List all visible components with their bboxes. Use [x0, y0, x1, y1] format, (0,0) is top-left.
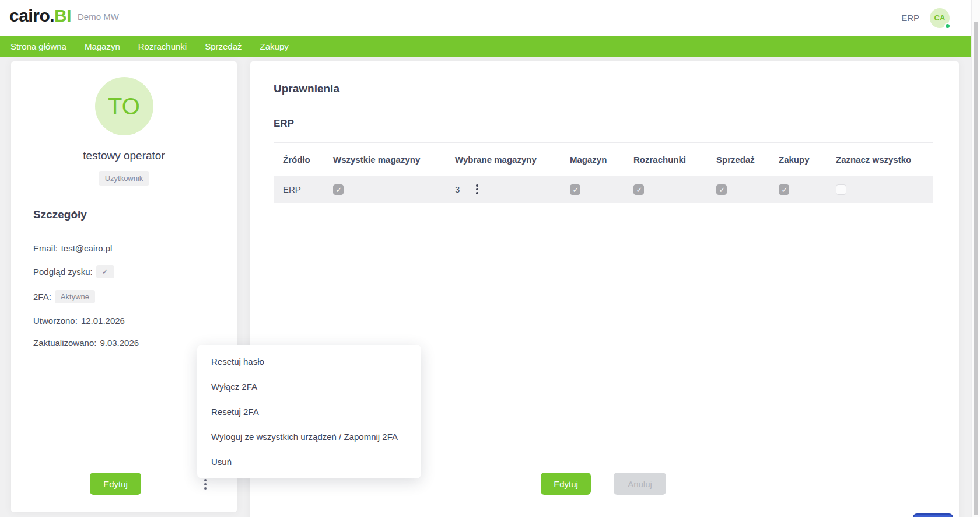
logo-primary: cairo.: [9, 6, 54, 25]
created-label: Utworzono:: [33, 316, 78, 326]
checkbox-magazyn[interactable]: [570, 184, 580, 195]
col-zrodlo: Źródło: [274, 155, 333, 165]
col-magazyn: Magazyn: [570, 155, 634, 165]
profile-name: testowy operator: [11, 149, 237, 162]
permissions-divider: [274, 107, 933, 107]
detail-email: Email: test@cairo.pl: [33, 243, 215, 253]
menu-item-resetuj-2fa[interactable]: Resetuj 2FA: [197, 399, 421, 424]
permissions-table-row-erp: ERP 3: [274, 176, 933, 203]
col-rozrachunki: Rozrachunki: [634, 155, 716, 165]
role-badge: Użytkownik: [99, 171, 150, 186]
top-header: cairo.BI Demo MW ERP CA: [0, 0, 980, 36]
email-label: Email:: [33, 243, 58, 253]
permissions-edit-button[interactable]: Edytuj: [541, 473, 591, 495]
user-avatar-initials: CA: [935, 13, 946, 22]
menu-item-wylacz-2fa[interactable]: Wyłącz 2FA: [197, 374, 421, 399]
profit-view-label: Podgląd zysku:: [33, 267, 93, 277]
row-source: ERP: [274, 184, 333, 194]
menu-item-resetuj-haslo[interactable]: Resetuj hasło: [197, 349, 421, 374]
permissions-title: Uprawnienia: [274, 61, 933, 95]
nav-item-strona-glowna[interactable]: Strona główna: [10, 41, 66, 51]
updated-label: Zaktualizowano:: [33, 338, 96, 348]
main-nav: Strona główna Magazyn Rozrachunki Sprzed…: [0, 36, 980, 57]
checkbox-sprzedaz[interactable]: [716, 184, 727, 195]
profile-context-menu: Resetuj hasło Wyłącz 2FA Resetuj 2FA Wyl…: [197, 345, 421, 478]
user-avatar[interactable]: CA: [930, 8, 950, 28]
2fa-status-badge: Aktywne: [55, 290, 95, 303]
detail-2fa: 2FA: Aktywne: [33, 290, 215, 303]
col-zaznacz-wszystko: Zaznacz wszystko: [836, 155, 933, 165]
detail-created: Utworzono: 12.01.2026: [33, 315, 215, 326]
updated-value: 9.03.2026: [100, 338, 139, 348]
erp-section-title: ERP: [274, 118, 933, 130]
menu-item-usun[interactable]: Usuń: [197, 449, 421, 474]
permissions-table-header: Źródło Wszystkie magazyny Wybrane magazy…: [274, 143, 933, 176]
profile-avatar-initials: TO: [108, 93, 140, 120]
checkbox-zaznacz-wszystko[interactable]: [836, 184, 846, 195]
col-wybrane-magazyny: Wybrane magazyny: [455, 155, 570, 165]
nav-item-sprzedaz[interactable]: Sprzedaż: [205, 41, 242, 51]
email-value: test@cairo.pl: [61, 243, 113, 253]
logo-accent: BI: [54, 6, 71, 25]
col-zakupy: Zakupy: [779, 155, 836, 165]
nav-item-rozrachunki[interactable]: Rozrachunki: [138, 41, 187, 51]
details-divider: [33, 230, 215, 230]
selected-warehouses-count: 3: [455, 184, 460, 194]
2fa-label: 2FA:: [33, 292, 51, 302]
floating-action-button-partial[interactable]: [913, 513, 953, 517]
selected-warehouses-kebab-icon[interactable]: [474, 182, 481, 197]
online-status-dot: [944, 23, 951, 29]
checkbox-rozrachunki[interactable]: [634, 184, 644, 195]
checkbox-zakupy[interactable]: [779, 184, 789, 195]
workspace-name: Demo MW: [78, 12, 119, 22]
col-sprzedaz: Sprzedaż: [716, 155, 779, 165]
profile-avatar: TO: [95, 77, 153, 135]
scrollbar-thumb[interactable]: [974, 22, 978, 515]
col-wszystkie-magazyny: Wszystkie magazyny: [333, 155, 455, 165]
created-value: 12.01.2026: [81, 316, 125, 326]
nav-item-zakupy[interactable]: Zakupy: [260, 41, 289, 51]
profile-edit-button[interactable]: Edytuj: [90, 473, 141, 495]
checkbox-all-warehouses[interactable]: [333, 184, 344, 195]
detail-profit-view: Podgląd zysku: ✓: [33, 265, 215, 278]
details-title: Szczegóły: [33, 208, 215, 221]
nav-item-magazyn[interactable]: Magazyn: [85, 41, 120, 51]
menu-item-wyloguj-zapomnij-2fa[interactable]: Wyloguj ze wszystkich urządzeń / Zapomni…: [197, 424, 421, 449]
permissions-cancel-button[interactable]: Anuluj: [614, 473, 666, 495]
profit-view-check-badge: ✓: [96, 265, 114, 278]
context-label: ERP: [901, 13, 919, 23]
app-logo[interactable]: cairo.BI: [9, 6, 71, 26]
detail-updated: Zaktualizowano: 9.03.2026: [33, 337, 215, 348]
vertical-scrollbar: [971, 0, 980, 517]
topbar-right: ERP CA: [901, 0, 950, 36]
details-list: Email: test@cairo.pl Podgląd zysku: ✓ 2F…: [33, 243, 215, 348]
